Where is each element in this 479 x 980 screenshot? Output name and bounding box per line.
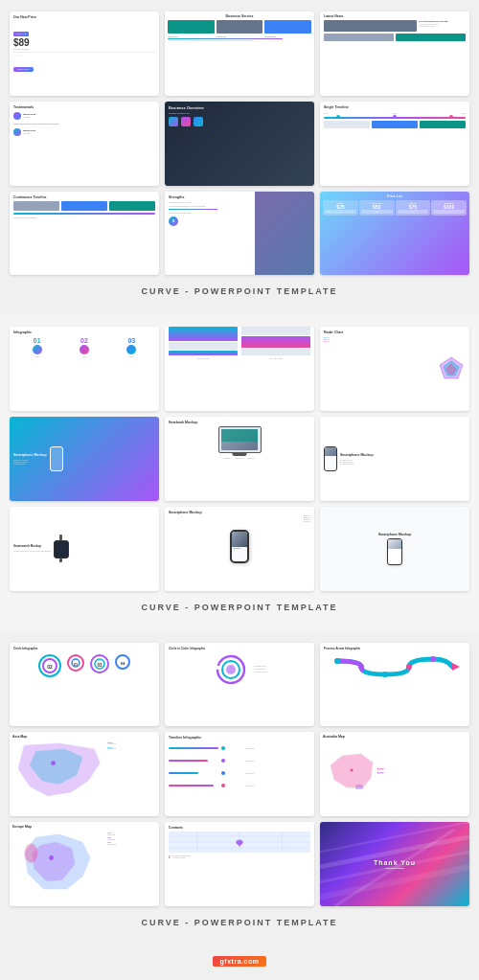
slide-smartwatch-mockup[interactable]: Smartwatch Mockup Lorem ipsum dolor sit … bbox=[10, 507, 159, 591]
section1-row1: Our New Price PRIVATE $89 Features inclu… bbox=[10, 11, 469, 96]
svg-point-22 bbox=[430, 656, 436, 662]
slide-placeholder-2[interactable]: Smartphone Mockup bbox=[320, 507, 469, 591]
slide-circle-in-circle[interactable]: Circle in Circle Infographic ● Section o… bbox=[165, 643, 314, 727]
svg-text:01: 01 bbox=[74, 661, 79, 666]
slide-latest-news[interactable]: Latest News The Quick Brown Fox Lazy Dog… bbox=[320, 11, 469, 96]
slide-infographic[interactable]: Infographic 01 Label 02 Label bbox=[10, 327, 159, 411]
slide-title: Smartphone Mockup bbox=[340, 453, 374, 457]
slide-australia-map[interactable]: Australia Map ■ Label Data info ■ Label bbox=[320, 732, 469, 816]
thank-you-title: Thank You bbox=[374, 859, 416, 866]
svg-point-21 bbox=[406, 664, 412, 670]
section2-label: CURVE - POWERPOINT TEMPLATE bbox=[10, 597, 469, 620]
slide-testimonials[interactable]: Testimonials Name Here Position Lorem ip… bbox=[10, 102, 159, 186]
section3-row2: Asia Map ■ 51% Category on bbox=[10, 732, 469, 816]
slide-process-arrow[interactable]: Process Arrow Infographic bbox=[320, 643, 469, 727]
slide-smartphone-3-center[interactable]: Smartphone Mockup App content ● Item 1 ●… bbox=[165, 507, 314, 591]
svg-point-26 bbox=[25, 844, 37, 862]
section2-row2: Smartphone Mockup Feature one item Featu… bbox=[10, 417, 469, 501]
section-3: Circle Infographic 02 bbox=[0, 631, 479, 946]
slide-title: Circle in Circle Infographic bbox=[169, 647, 310, 650]
slide-title: Business Service bbox=[165, 11, 314, 20]
slide-business-overview[interactable]: Business Overview Business description t… bbox=[165, 102, 314, 186]
slide-title: Latest News bbox=[324, 14, 466, 18]
section-2: Infographic 01 Label 02 Label bbox=[0, 315, 479, 630]
svg-text:04: 04 bbox=[121, 660, 125, 665]
slide-title: Circle Infographic bbox=[13, 647, 155, 650]
slide-title: Process Arrow Infographic bbox=[324, 647, 466, 650]
gfx-badge: gfxtra.com bbox=[213, 956, 267, 967]
section1-label: CURVE - POWERPOINT TEMPLATE bbox=[10, 281, 469, 304]
slide-notebook-mockup[interactable]: Notebook Mockup Section 1Section 2Sectio… bbox=[165, 417, 314, 501]
slide-title: Notebook Mockup bbox=[169, 421, 197, 424]
price-btn[interactable]: Learn More bbox=[13, 67, 34, 72]
slide-radar-chart[interactable]: Radar Chart 60% ● 70% ● 80% ● bbox=[320, 327, 469, 411]
main-container: Our New Price PRIVATE $89 Features inclu… bbox=[0, 0, 479, 975]
slide-title: Europe Map bbox=[12, 825, 156, 829]
slide-strengths[interactable]: Strengths Lorem ipsum dolor sit amet Con… bbox=[165, 192, 314, 276]
section1-row3: Continuous Timeline Timeline points and … bbox=[10, 192, 469, 276]
section-1: Our New Price PRIVATE $89 Features inclu… bbox=[0, 0, 479, 315]
slide-timeline-infographic[interactable]: Timeline Infographic bbox=[165, 732, 314, 816]
svg-marker-17 bbox=[452, 663, 460, 671]
section2-row3: Smartwatch Mockup Lorem ipsum dolor sit … bbox=[10, 507, 469, 591]
slide-title: Strengths bbox=[169, 195, 251, 199]
slide-smartphone-2[interactable]: Smartphone Mockup ● Feature one ● Featur… bbox=[320, 417, 469, 501]
slide-thank-you[interactable]: Thank You bbox=[320, 822, 469, 906]
slide-title: Radar Chart bbox=[324, 330, 437, 334]
svg-point-23 bbox=[51, 761, 56, 765]
price-features: Features included bbox=[13, 48, 155, 50]
slide-title: Asia Map bbox=[12, 735, 156, 739]
slide-title: Timeline Infographic bbox=[169, 736, 310, 740]
svg-point-19 bbox=[358, 664, 364, 670]
slide-smartphone-1[interactable]: Smartphone Mockup Feature one item Featu… bbox=[10, 417, 159, 501]
slide-contacts[interactable]: Contacts bbox=[165, 822, 314, 906]
section3-row3: Europe Map bbox=[10, 822, 469, 906]
slide-title: Smartphone Mockup bbox=[13, 453, 47, 457]
slide-price-list[interactable]: Price List HOME $25 Get STANDARD $50 Get bbox=[320, 192, 469, 276]
svg-text:02: 02 bbox=[47, 664, 53, 670]
svg-point-24 bbox=[355, 785, 363, 789]
slide-title: Business Overview bbox=[169, 105, 310, 110]
slide-title: Our New Price bbox=[13, 15, 155, 19]
slide-title: Price List bbox=[323, 194, 467, 198]
slide-title: Testimonials bbox=[13, 105, 155, 109]
svg-point-18 bbox=[334, 658, 340, 664]
slide-title: Smartwatch Mockup bbox=[13, 544, 51, 548]
slide-title: Continuous Timeline bbox=[13, 195, 155, 199]
slide-title: Infographic bbox=[13, 330, 155, 334]
slide-our-new-price[interactable]: Our New Price PRIVATE $89 Features inclu… bbox=[10, 11, 159, 96]
svg-point-27 bbox=[49, 855, 54, 860]
section3-row1: Circle Infographic 02 bbox=[10, 643, 469, 727]
slide-title: Smartphone Mockup bbox=[169, 511, 310, 514]
slide-circle-infographic[interactable]: Circle Infographic 02 bbox=[10, 643, 159, 727]
slide-title: Contacts bbox=[169, 826, 310, 830]
section1-row2: Testimonials Name Here Position Lorem ip… bbox=[10, 102, 469, 186]
slide-title: Smartphone Mockup bbox=[378, 533, 412, 536]
slide-title: Single Timeline bbox=[324, 105, 466, 109]
svg-point-16 bbox=[226, 665, 236, 674]
slide-title: Australia Map bbox=[323, 735, 467, 739]
price-amount: $89 bbox=[13, 38, 155, 48]
slide-comparison-chart[interactable]: Comparison Column Chart bbox=[165, 327, 314, 411]
slide-europe-map[interactable]: Europe Map bbox=[10, 822, 159, 906]
slide-asia-map[interactable]: Asia Map ■ 51% Category on bbox=[10, 732, 159, 816]
section2-row1: Infographic 01 Label 02 Label bbox=[10, 327, 469, 411]
slide-continuous-timeline[interactable]: Continuous Timeline Timeline points and … bbox=[10, 192, 159, 276]
price-badge: PRIVATE bbox=[13, 32, 29, 36]
slide-single-timeline[interactable]: Single Timeline 2018 2019 2020 bbox=[320, 102, 469, 186]
svg-point-20 bbox=[382, 672, 388, 677]
section3-label: CURVE - POWERPOINT TEMPLATE bbox=[10, 912, 469, 935]
svg-text:03: 03 bbox=[97, 663, 103, 668]
svg-marker-35 bbox=[236, 842, 242, 847]
gfx-watermark: gfxtra.com bbox=[0, 946, 479, 975]
svg-point-25 bbox=[351, 769, 354, 772]
slide-business-service[interactable]: Business Service Service one Service two… bbox=[165, 11, 314, 96]
